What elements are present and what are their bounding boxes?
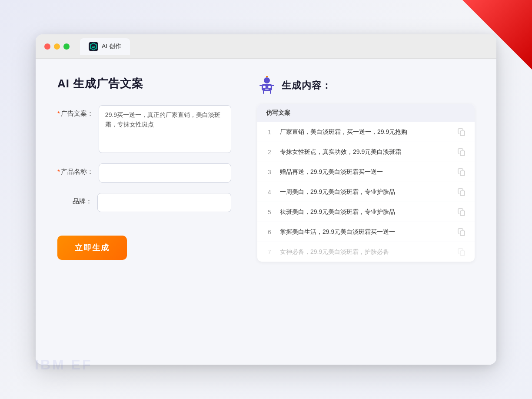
row-text: 掌握美白生活，29.9元美白淡斑霜买一送一 — [280, 227, 450, 236]
product-name-input[interactable]: 美白淡斑霜 — [99, 163, 231, 183]
table-header: 仿写文案 — [257, 104, 475, 122]
svg-rect-14 — [460, 131, 465, 136]
svg-point-13 — [266, 76, 268, 77]
row-num: 6 — [266, 229, 273, 236]
brand-group: 品牌： 好白 — [57, 193, 231, 212]
brand-label: 品牌： — [57, 193, 92, 206]
copy-icon[interactable] — [457, 188, 466, 196]
table-row: 5 祛斑美白，29.9元美白淡斑霜，专业护肤品 — [257, 202, 475, 222]
brand-input[interactable]: 好白 — [97, 193, 231, 212]
row-num: 1 — [266, 129, 273, 136]
required-mark-ad: * — [57, 110, 60, 117]
main-content: AI 生成广告文案 *广告文案： 29.9买一送一，真正的厂家直销，美白淡斑霜，… — [36, 59, 496, 365]
result-table: 仿写文案 1 厂家直销，美白淡斑霜，买一送一，29.9元抢购 2 专抹女性斑点，… — [257, 104, 475, 262]
row-text: 祛斑美白，29.9元美白淡斑霜，专业护肤品 — [280, 207, 450, 216]
row-num: 3 — [266, 169, 273, 176]
row-text: 厂家直销，美白淡斑霜，买一送一，29.9元抢购 — [280, 127, 450, 136]
minimize-button[interactable] — [54, 43, 60, 50]
row-num: 7 — [266, 249, 273, 256]
product-label: *产品名称： — [57, 163, 93, 176]
row-num: 5 — [266, 209, 273, 216]
svg-rect-15 — [460, 151, 465, 156]
result-header: 生成内容： — [257, 76, 475, 95]
copy-icon[interactable] — [457, 128, 466, 136]
svg-point-5 — [268, 86, 271, 88]
submit-button[interactable]: 立即生成 — [57, 236, 127, 260]
svg-point-4 — [263, 86, 266, 88]
svg-rect-18 — [460, 211, 465, 216]
browser-window: AI AI 创作 AI 生成广告文案 *广告文案： 29.9买一送一，真正的厂家… — [36, 34, 496, 365]
svg-rect-17 — [460, 191, 465, 196]
table-row: 1 厂家直销，美白淡斑霜，买一送一，29.9元抢购 — [257, 122, 475, 142]
svg-rect-20 — [460, 251, 465, 256]
tab-label: AI 创作 — [102, 43, 121, 50]
page-title: AI 生成广告文案 — [57, 76, 231, 91]
row-text: 专抹女性斑点，真实功效，29.9元美白淡斑霜 — [280, 147, 450, 156]
product-name-group: *产品名称： 美白淡斑霜 — [57, 163, 231, 183]
table-row: 6 掌握美白生活，29.9元美白淡斑霜买一送一 — [257, 222, 475, 242]
row-text: 女神必备，29.9元美白淡斑霜，护肤必备 — [280, 247, 450, 256]
ad-copy-input[interactable]: 29.9买一送一，真正的厂家直销，美白淡斑霜，专抹女性斑点 — [99, 105, 231, 153]
title-bar: AI AI 创作 — [36, 34, 496, 59]
left-panel: AI 生成广告文案 *广告文案： 29.9买一送一，真正的厂家直销，美白淡斑霜，… — [57, 76, 231, 347]
copy-icon[interactable] — [457, 248, 466, 256]
copy-icon[interactable] — [457, 228, 466, 236]
svg-rect-16 — [460, 171, 465, 176]
window-controls — [44, 43, 70, 50]
close-button[interactable] — [44, 43, 50, 50]
svg-point-2 — [264, 77, 270, 83]
row-num: 2 — [266, 149, 273, 156]
table-row: 7 女神必备，29.9元美白淡斑霜，护肤必备 — [257, 242, 475, 262]
svg-text:AI: AI — [92, 45, 95, 49]
copy-icon[interactable] — [457, 208, 466, 216]
ad-copy-group: *广告文案： 29.9买一送一，真正的厂家直销，美白淡斑霜，专抹女性斑点 — [57, 105, 231, 153]
ai-tab-icon: AI — [89, 42, 98, 51]
robot-icon — [257, 76, 276, 95]
right-panel: 生成内容： 仿写文案 1 厂家直销，美白淡斑霜，买一送一，29.9元抢购 2 专… — [257, 76, 475, 347]
copy-icon[interactable] — [457, 168, 466, 176]
required-mark-product: * — [57, 168, 60, 175]
table-row: 3 赠品再送，29.9元美白淡斑霜买一送一 — [257, 162, 475, 182]
row-num: 4 — [266, 189, 273, 196]
svg-rect-19 — [460, 231, 465, 236]
bottom-decoration: IBM EF — [35, 357, 92, 373]
maximize-button[interactable] — [63, 43, 70, 50]
table-row: 2 专抹女性斑点，真实功效，29.9元美白淡斑霜 — [257, 142, 475, 162]
svg-rect-6 — [265, 89, 269, 90]
browser-tab[interactable]: AI AI 创作 — [80, 38, 130, 55]
table-row: 4 一周美白，29.9元美白淡斑霜，专业护肤品 — [257, 182, 475, 202]
result-title: 生成内容： — [282, 79, 332, 92]
copy-icon[interactable] — [457, 148, 466, 156]
row-text: 赠品再送，29.9元美白淡斑霜买一送一 — [280, 167, 450, 176]
ad-copy-label: *广告文案： — [57, 105, 93, 118]
row-text: 一周美白，29.9元美白淡斑霜，专业护肤品 — [280, 187, 450, 196]
